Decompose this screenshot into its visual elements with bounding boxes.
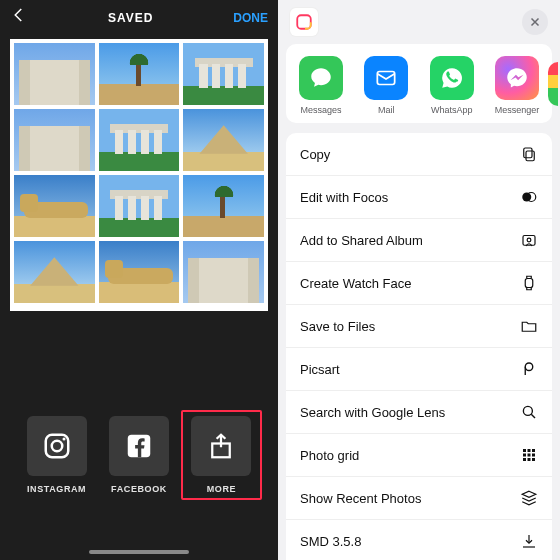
svg-rect-24 bbox=[528, 458, 531, 461]
collage-preview bbox=[10, 39, 268, 311]
header-title: SAVED bbox=[108, 11, 153, 25]
svg-point-1 bbox=[51, 441, 62, 452]
watch-icon bbox=[520, 274, 538, 292]
share-apps-row: Messages Mail WhatsApp Messenger bbox=[286, 44, 552, 123]
action-photo-grid[interactable]: Photo grid bbox=[286, 434, 552, 477]
action-label: Copy bbox=[300, 147, 330, 162]
sheet-header bbox=[278, 0, 560, 44]
collage-tile bbox=[183, 175, 264, 237]
actions-list: Copy Edit with Focos Add to Shared Album… bbox=[286, 133, 552, 560]
whatsapp-icon bbox=[430, 56, 474, 100]
folder-icon bbox=[520, 317, 538, 335]
svg-rect-17 bbox=[523, 449, 526, 452]
share-label: INSTAGRAM bbox=[27, 484, 86, 494]
svg-rect-14 bbox=[525, 279, 533, 288]
action-shared-album[interactable]: Add to Shared Album bbox=[286, 219, 552, 262]
share-label: MORE bbox=[207, 484, 236, 494]
collage-tile bbox=[99, 43, 180, 105]
svg-rect-5 bbox=[297, 15, 311, 29]
share-app-whatsapp[interactable]: WhatsApp bbox=[423, 56, 481, 115]
editor-header: SAVED DONE bbox=[0, 0, 278, 39]
collage-tile bbox=[14, 109, 95, 171]
svg-rect-25 bbox=[532, 458, 535, 461]
app-label: Mail bbox=[378, 105, 395, 115]
source-app-icon[interactable] bbox=[290, 8, 318, 36]
svg-rect-8 bbox=[526, 151, 534, 161]
more-apps-peek[interactable] bbox=[548, 62, 558, 106]
close-icon bbox=[529, 16, 541, 28]
action-label: Search with Google Lens bbox=[300, 405, 445, 420]
svg-rect-19 bbox=[532, 449, 535, 452]
picsart-icon bbox=[520, 360, 538, 378]
done-button[interactable]: DONE bbox=[233, 11, 268, 25]
action-label: Picsart bbox=[300, 362, 340, 377]
svg-point-2 bbox=[62, 438, 65, 441]
share-more[interactable]: MORE bbox=[181, 410, 262, 500]
share-app-mail[interactable]: Mail bbox=[357, 56, 415, 115]
app-label: Messages bbox=[300, 105, 341, 115]
messages-icon bbox=[299, 56, 343, 100]
share-icon bbox=[206, 431, 236, 461]
stack-icon bbox=[520, 489, 538, 507]
copy-icon bbox=[520, 145, 538, 163]
collage-tile bbox=[183, 43, 264, 105]
svg-rect-18 bbox=[528, 449, 531, 452]
facebook-icon bbox=[124, 431, 154, 461]
search-icon bbox=[520, 403, 538, 421]
share-label: FACEBOOK bbox=[111, 484, 167, 494]
app-label: WhatsApp bbox=[431, 105, 473, 115]
collage-tile bbox=[14, 241, 95, 303]
collage-tile bbox=[183, 109, 264, 171]
app-label: Messenger bbox=[495, 105, 540, 115]
action-label: Edit with Focos bbox=[300, 190, 388, 205]
action-label: Save to Files bbox=[300, 319, 375, 334]
home-indicator[interactable] bbox=[89, 550, 189, 554]
shared-album-icon bbox=[520, 231, 538, 249]
mail-icon bbox=[364, 56, 408, 100]
svg-rect-9 bbox=[524, 148, 532, 158]
collage-tile bbox=[183, 241, 264, 303]
svg-rect-21 bbox=[528, 454, 531, 457]
svg-point-16 bbox=[523, 406, 532, 415]
action-label: Photo grid bbox=[300, 448, 359, 463]
action-label: Create Watch Face bbox=[300, 276, 412, 291]
share-facebook[interactable]: FACEBOOK bbox=[98, 416, 179, 500]
action-save-files[interactable]: Save to Files bbox=[286, 305, 552, 348]
svg-rect-22 bbox=[532, 454, 535, 457]
collage-tile bbox=[14, 175, 95, 237]
focos-icon bbox=[520, 188, 538, 206]
share-row: INSTAGRAM FACEBOOK MORE bbox=[0, 404, 278, 560]
action-label: SMD 3.5.8 bbox=[300, 534, 361, 549]
share-app-messenger[interactable]: Messenger bbox=[488, 56, 546, 115]
close-button[interactable] bbox=[522, 9, 548, 35]
messenger-icon bbox=[495, 56, 539, 100]
share-instagram[interactable]: INSTAGRAM bbox=[16, 416, 97, 500]
action-copy[interactable]: Copy bbox=[286, 133, 552, 176]
collage-tile bbox=[99, 175, 180, 237]
svg-point-15 bbox=[525, 363, 533, 371]
svg-rect-23 bbox=[523, 458, 526, 461]
action-picsart[interactable]: Picsart bbox=[286, 348, 552, 391]
collage-tile bbox=[99, 241, 180, 303]
action-google-lens[interactable]: Search with Google Lens bbox=[286, 391, 552, 434]
instagram-icon bbox=[42, 431, 72, 461]
share-sheet-pane: Messages Mail WhatsApp Messenger Copy bbox=[278, 0, 560, 560]
svg-rect-6 bbox=[297, 15, 311, 29]
grid-icon bbox=[520, 446, 538, 464]
action-label: Show Recent Photos bbox=[300, 491, 421, 506]
action-watch-face[interactable]: Create Watch Face bbox=[286, 262, 552, 305]
collage-tile bbox=[14, 43, 95, 105]
collage-tile bbox=[99, 109, 180, 171]
editor-pane: SAVED DONE INSTAGRAM bbox=[0, 0, 278, 560]
action-edit-focos[interactable]: Edit with Focos bbox=[286, 176, 552, 219]
action-label: Add to Shared Album bbox=[300, 233, 423, 248]
back-icon[interactable] bbox=[10, 6, 28, 29]
svg-rect-20 bbox=[523, 454, 526, 457]
share-app-messages[interactable]: Messages bbox=[292, 56, 350, 115]
svg-point-13 bbox=[527, 238, 531, 242]
action-recent-photos[interactable]: Show Recent Photos bbox=[286, 477, 552, 520]
action-smd[interactable]: SMD 3.5.8 bbox=[286, 520, 552, 560]
download-icon bbox=[520, 532, 538, 550]
svg-rect-7 bbox=[378, 72, 395, 85]
